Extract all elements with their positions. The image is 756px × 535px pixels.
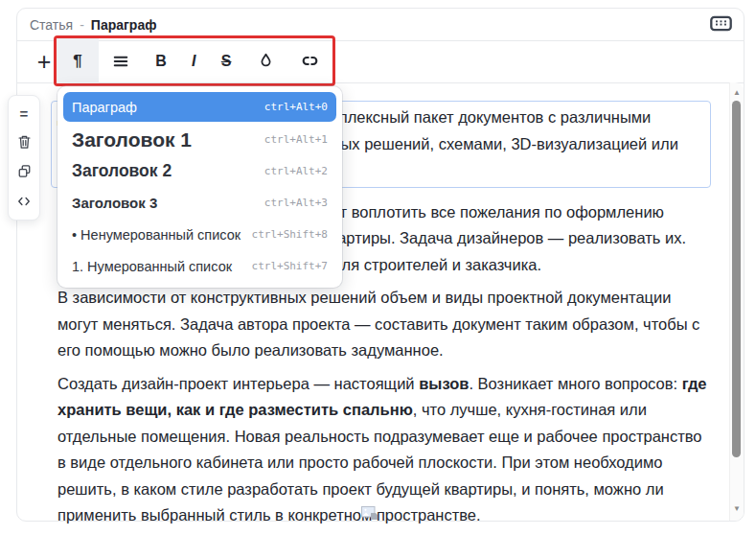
droplet-icon [257, 52, 275, 70]
scrollbar-up-arrow[interactable]: ▲ [730, 88, 744, 98]
dropdown-item-label: Заголовок 2 [72, 161, 172, 181]
dropdown-item-heading1[interactable]: Заголовок 1 ctrl+Alt+1 [63, 124, 336, 155]
paragraph-block[interactable]: В зависимости от конструктивных решений … [57, 285, 707, 364]
dropdown-item-label: Заголовок 1 [72, 128, 192, 151]
paragraph-style-button[interactable]: ¶ [57, 38, 99, 83]
dropdown-item-shortcut: ctrl+Alt+3 [264, 197, 328, 209]
breadcrumb-separator: - [80, 17, 84, 33]
scrollbar-thumb[interactable] [732, 101, 741, 457]
paragraph-block[interactable]: Создать дизайн-проект интерьера — настоя… [57, 371, 707, 529]
dropdown-item-shortcut: ctrl+Shift+8 [252, 228, 328, 241]
dropdown-item-shortcut: ctrl+Alt+2 [264, 165, 328, 177]
dropdown-item-label: Параграф [72, 100, 137, 115]
inline-toolbar: + ¶ B I S [17, 41, 744, 83]
scrollbar[interactable]: ▲ ▼ [729, 82, 744, 521]
annotation-highlight-box: ¶ B I S [54, 35, 335, 86]
drag-handle-button[interactable]: = [12, 103, 35, 124]
dropdown-item-paragraph[interactable]: Параграф ctrl+Alt+0 [63, 92, 336, 122]
dropdown-item-ordered-list[interactable]: 1. Нумерованный список ctrl+Shift+7 [63, 250, 336, 282]
keyboard-icon [710, 15, 732, 35]
text-run: Создать дизайн-проект интерьера — настоя… [57, 375, 419, 392]
dropdown-item-label: Заголовок 3 [72, 195, 157, 211]
dropdown-item-shortcut: ctrl+Shift+7 [252, 260, 328, 272]
breadcrumb-section[interactable]: Статья [30, 17, 73, 33]
trash-icon [17, 134, 32, 152]
dropdown-item-unordered-list[interactable]: • Ненумерованный список ctrl+Shift+8 [63, 219, 336, 250]
text-run: вызов [419, 375, 469, 392]
code-icon [17, 196, 31, 210]
keyboard-shortcuts-button[interactable] [708, 13, 734, 36]
italic-button[interactable]: I [179, 38, 209, 83]
dropdown-item-shortcut: ctrl+Alt+1 [264, 133, 328, 146]
text-run: , что лучше, кухня-гостиная или отдельны… [57, 401, 702, 523]
duplicate-icon [17, 164, 32, 181]
block-actions-menu: = [8, 95, 40, 221]
align-lines-icon [111, 52, 130, 71]
link-icon [300, 51, 320, 71]
pilcrow-icon: ¶ [73, 52, 81, 71]
duplicate-block-button[interactable] [12, 162, 35, 183]
delete-block-button[interactable] [12, 132, 35, 153]
scrollbar-down-arrow[interactable]: ▼ [730, 504, 744, 514]
code-view-button[interactable] [12, 192, 35, 213]
dropdown-item-heading2[interactable]: Заголовок 2 ctrl+Alt+2 [63, 155, 336, 187]
dropdown-item-heading3[interactable]: Заголовок 3 ctrl+Alt+3 [63, 187, 336, 219]
bold-button[interactable]: B [143, 38, 179, 83]
drag-handle-icon: = [20, 106, 29, 121]
link-button[interactable] [287, 38, 332, 83]
dropdown-item-label: 1. Нумерованный список [72, 259, 232, 274]
dropdown-item-shortcut: ctrl+Alt+0 [264, 101, 328, 113]
strikethrough-icon: S [221, 53, 232, 70]
block-style-dropdown: Параграф ctrl+Alt+0 Заголовок 1 ctrl+Alt… [57, 86, 342, 288]
italic-icon: I [192, 53, 195, 70]
text-run: . Возникает много вопросов: [469, 375, 681, 392]
text-run: В зависимости от конструктивных решений … [57, 289, 699, 359]
breadcrumb-current: Параграф [91, 17, 157, 33]
strikethrough-button[interactable]: S [209, 38, 244, 83]
bold-icon: B [155, 53, 167, 70]
dropdown-item-label: • Ненумерованный список [72, 227, 241, 243]
alignment-button[interactable] [99, 38, 143, 83]
marker-button[interactable] [244, 38, 287, 83]
image-placeholder-icon [361, 506, 378, 524]
